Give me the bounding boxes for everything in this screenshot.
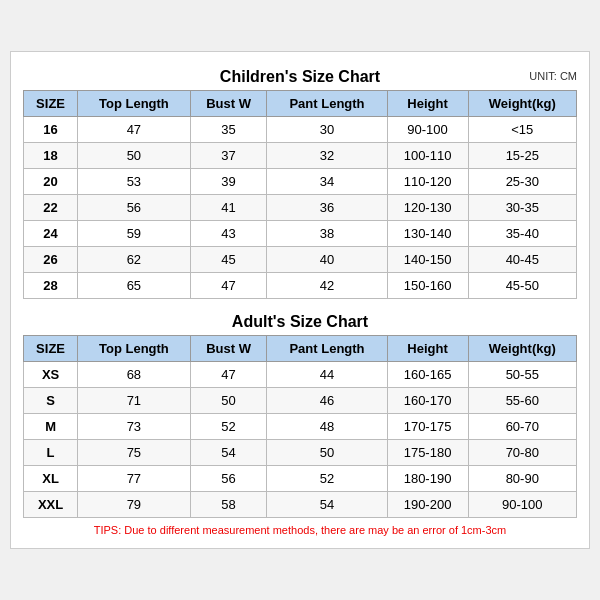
data-cell: 62 xyxy=(78,247,191,273)
table-row: 1647353090-100<15 xyxy=(24,117,577,143)
data-cell: 100-110 xyxy=(387,143,468,169)
adult-col-header-weight: Weight(kg) xyxy=(468,336,576,362)
data-cell: 80-90 xyxy=(468,466,576,492)
size-cell: 26 xyxy=(24,247,78,273)
data-cell: 55-60 xyxy=(468,388,576,414)
data-cell: 54 xyxy=(267,492,387,518)
size-cell: M xyxy=(24,414,78,440)
data-cell: 46 xyxy=(267,388,387,414)
data-cell: 34 xyxy=(267,169,387,195)
data-cell: 170-175 xyxy=(387,414,468,440)
data-cell: 38 xyxy=(267,221,387,247)
table-row: M735248170-17560-70 xyxy=(24,414,577,440)
data-cell: 32 xyxy=(267,143,387,169)
data-cell: 52 xyxy=(190,414,267,440)
data-cell: 41 xyxy=(190,195,267,221)
data-cell: 44 xyxy=(267,362,387,388)
size-cell: 24 xyxy=(24,221,78,247)
data-cell: 56 xyxy=(78,195,191,221)
adult-title-text: Adult's Size Chart xyxy=(232,313,368,330)
adult-header-row: SIZE Top Length Bust W Pant Length Heigh… xyxy=(24,336,577,362)
adult-section-title: Adult's Size Chart xyxy=(23,307,577,335)
data-cell: <15 xyxy=(468,117,576,143)
data-cell: 30-35 xyxy=(468,195,576,221)
data-cell: 150-160 xyxy=(387,273,468,299)
data-cell: 70-80 xyxy=(468,440,576,466)
data-cell: 140-150 xyxy=(387,247,468,273)
data-cell: 54 xyxy=(190,440,267,466)
data-cell: 45 xyxy=(190,247,267,273)
table-row: 22564136120-13030-35 xyxy=(24,195,577,221)
size-cell: 18 xyxy=(24,143,78,169)
table-row: XS684744160-16550-55 xyxy=(24,362,577,388)
data-cell: 35-40 xyxy=(468,221,576,247)
children-size-table: SIZE Top Length Bust W Pant Length Heigh… xyxy=(23,90,577,299)
data-cell: 37 xyxy=(190,143,267,169)
size-cell: 16 xyxy=(24,117,78,143)
data-cell: 47 xyxy=(78,117,191,143)
size-cell: 22 xyxy=(24,195,78,221)
data-cell: 53 xyxy=(78,169,191,195)
data-cell: 175-180 xyxy=(387,440,468,466)
data-cell: 45-50 xyxy=(468,273,576,299)
size-cell: 28 xyxy=(24,273,78,299)
size-cell: XXL xyxy=(24,492,78,518)
data-cell: 160-170 xyxy=(387,388,468,414)
col-header-weight: Weight(kg) xyxy=(468,91,576,117)
data-cell: 160-165 xyxy=(387,362,468,388)
data-cell: 40 xyxy=(267,247,387,273)
data-cell: 75 xyxy=(78,440,191,466)
data-cell: 42 xyxy=(267,273,387,299)
data-cell: 90-100 xyxy=(468,492,576,518)
data-cell: 79 xyxy=(78,492,191,518)
children-title-text: Children's Size Chart xyxy=(220,68,380,85)
children-section-title: Children's Size Chart UNIT: CM xyxy=(23,62,577,90)
data-cell: 39 xyxy=(190,169,267,195)
data-cell: 52 xyxy=(267,466,387,492)
data-cell: 35 xyxy=(190,117,267,143)
data-cell: 130-140 xyxy=(387,221,468,247)
table-row: XL775652180-19080-90 xyxy=(24,466,577,492)
table-row: S715046160-17055-60 xyxy=(24,388,577,414)
data-cell: 25-30 xyxy=(468,169,576,195)
col-header-bust-w: Bust W xyxy=(190,91,267,117)
data-cell: 48 xyxy=(267,414,387,440)
table-row: 18503732100-11015-25 xyxy=(24,143,577,169)
data-cell: 43 xyxy=(190,221,267,247)
table-row: 28654742150-16045-50 xyxy=(24,273,577,299)
data-cell: 58 xyxy=(190,492,267,518)
data-cell: 59 xyxy=(78,221,191,247)
table-row: 24594338130-14035-40 xyxy=(24,221,577,247)
data-cell: 68 xyxy=(78,362,191,388)
data-cell: 77 xyxy=(78,466,191,492)
data-cell: 60-70 xyxy=(468,414,576,440)
table-row: L755450175-18070-80 xyxy=(24,440,577,466)
data-cell: 190-200 xyxy=(387,492,468,518)
data-cell: 30 xyxy=(267,117,387,143)
col-header-pant-length: Pant Length xyxy=(267,91,387,117)
data-cell: 73 xyxy=(78,414,191,440)
data-cell: 56 xyxy=(190,466,267,492)
adult-col-header-height: Height xyxy=(387,336,468,362)
data-cell: 47 xyxy=(190,273,267,299)
tips-text: TIPS: Due to different measurement metho… xyxy=(23,518,577,538)
children-header-row: SIZE Top Length Bust W Pant Length Heigh… xyxy=(24,91,577,117)
col-header-height: Height xyxy=(387,91,468,117)
table-row: 26624540140-15040-45 xyxy=(24,247,577,273)
data-cell: 36 xyxy=(267,195,387,221)
data-cell: 50 xyxy=(267,440,387,466)
data-cell: 40-45 xyxy=(468,247,576,273)
size-cell: S xyxy=(24,388,78,414)
data-cell: 90-100 xyxy=(387,117,468,143)
data-cell: 50 xyxy=(190,388,267,414)
adult-col-header-top-length: Top Length xyxy=(78,336,191,362)
unit-label: UNIT: CM xyxy=(529,70,577,82)
adult-col-header-size: SIZE xyxy=(24,336,78,362)
data-cell: 110-120 xyxy=(387,169,468,195)
table-row: XXL795854190-20090-100 xyxy=(24,492,577,518)
size-cell: 20 xyxy=(24,169,78,195)
col-header-top-length: Top Length xyxy=(78,91,191,117)
col-header-size: SIZE xyxy=(24,91,78,117)
data-cell: 71 xyxy=(78,388,191,414)
size-cell: XL xyxy=(24,466,78,492)
